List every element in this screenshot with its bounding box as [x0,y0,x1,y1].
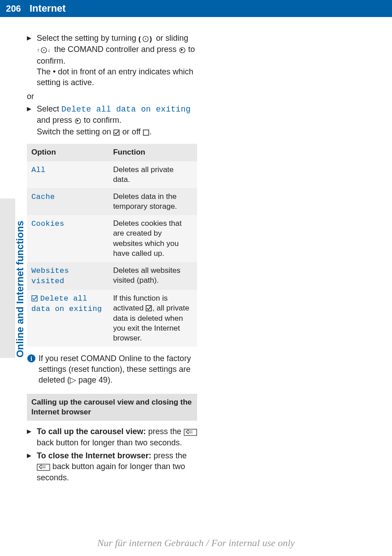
side-tab [0,198,15,358]
watermark-text: Nur für internen Gebrauch / For internal… [0,537,392,549]
step-text: back button for longer than two seconds. [37,438,182,447]
checkbox-checked-icon [31,293,38,303]
step-text: Select the setting by turning [37,34,138,43]
instruction-step: ▶ To close the Internet browser: press t… [27,450,197,483]
or-separator: or [27,91,197,102]
option-name: Cookies [31,220,65,228]
svg-text:i: i [30,355,32,362]
table-row: Cookies Deletes cookies that are created… [27,215,197,262]
svg-text:↓: ↓ [47,47,50,53]
ui-option-text: Delete all data on exiting [61,105,191,114]
step-text: the COMAND controller and press [52,45,179,54]
step-bold: To call up the carousel view: [37,427,146,436]
instruction-step: ▶ Select the setting by turning () or sl… [27,33,197,88]
option-name: Websites visited [31,267,69,285]
instruction-step: ▶ To call up the carousel view: press th… [27,426,197,448]
step-text: Select [37,104,61,113]
table-header-option: Option [27,144,108,161]
page-header: 206 Internet [0,0,392,17]
step-marker-icon: ▶ [27,426,37,448]
option-name: All [31,166,46,174]
svg-rect-11 [143,130,149,135]
checkbox-empty-icon [143,127,150,138]
svg-point-6 [43,50,45,51]
info-icon: i [27,353,39,386]
press-confirm-icon [179,44,186,55]
option-desc: If this function is activated , all priv… [108,290,197,347]
step-text: back button again for longer than two se… [37,462,185,482]
info-text: page 49). [76,375,112,384]
step-text: or off [120,127,143,136]
page-number: 206 [0,4,27,14]
option-name: Cache [31,193,55,201]
table-row: Delete all data on exiting If this funct… [27,290,197,347]
table-row: Cache Deletes data in the temporary stor… [27,188,197,215]
info-text: If you reset COMAND Online to the factor… [39,354,191,385]
main-content: ▶ Select the setting by turning () or sl… [22,33,202,485]
side-section-label: Online and Internet functions [14,220,26,358]
rotary-turn-icon: () [138,33,154,44]
step-text: Switch the setting on [37,127,113,136]
info-note: i If you reset COMAND Online to the fact… [27,353,197,386]
sub-heading: Calling up the carousel view and closing… [27,394,197,421]
svg-text:): ) [150,35,152,43]
step-text: press the [151,451,187,460]
table-header-function: Function [108,144,197,161]
svg-text:(: ( [138,35,141,43]
rotary-slide-icon: ↑↓ [37,44,52,55]
step-text: to confirm. [82,116,121,125]
option-desc: Deletes cookies that are created by webs… [108,215,197,262]
option-name: Delete all data on exiting [31,294,102,313]
press-confirm-icon [74,115,82,126]
option-desc: Deletes data in the temporary storage. [108,188,197,215]
option-desc: Deletes all websites visited (path). [108,262,197,290]
checkbox-checked-icon [113,127,120,138]
step-result: The • dot in front of an entry indicates… [37,66,197,88]
step-text: . [150,127,152,136]
back-button-icon [184,427,197,437]
step-bold: To close the Internet browser: [37,451,151,460]
instruction-step: ▶ Select Delete all data on exiting and … [27,103,197,138]
step-marker-icon: ▶ [27,33,37,88]
step-marker-icon: ▶ [27,103,37,138]
option-desc: Deletes all private data. [108,161,197,188]
options-table: Option Function All Deletes all private … [27,144,197,347]
svg-rect-16 [184,429,197,435]
checkbox-checked-icon [146,303,152,313]
step-text: or sliding [154,34,188,43]
chapter-title: Internet [27,3,66,14]
table-row: All Deletes all private data. [27,161,197,188]
step-marker-icon: ▶ [27,450,37,483]
svg-point-2 [145,39,146,40]
table-row: Websites visited Deletes all websites vi… [27,262,197,290]
svg-text:↑: ↑ [37,47,39,53]
step-text: and press [37,116,74,125]
back-button-icon [37,461,50,472]
page-ref-icon: ▷ [70,375,76,384]
svg-rect-17 [37,464,50,470]
step-text: press the [146,427,184,436]
